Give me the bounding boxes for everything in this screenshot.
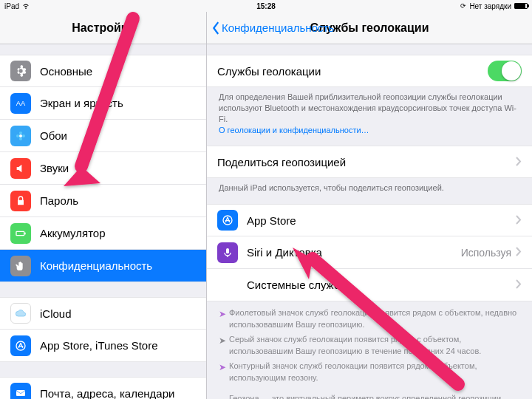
- back-button[interactable]: Конфиденциальность: [211, 21, 334, 35]
- brightness-icon: AA: [10, 93, 31, 114]
- svg-rect-9: [16, 390, 25, 396]
- share-location-cell[interactable]: Поделиться геопозицией: [207, 146, 532, 178]
- chevron-right-icon: [516, 156, 522, 168]
- about-location-link[interactable]: О геолокации и конфиденциальности…: [219, 126, 369, 134]
- clock: 15:28: [256, 2, 276, 10]
- sidebar-item-hand[interactable]: Конфиденциальность: [0, 250, 206, 282]
- sidebar-item-lock[interactable]: Пароль: [0, 185, 206, 217]
- sidebar-item-label: Аккумулятор: [40, 227, 196, 239]
- battery-icon: [514, 3, 528, 9]
- chevron-right-icon: [516, 279, 522, 291]
- battery-icon: [10, 223, 31, 244]
- flower-icon: [10, 126, 31, 146]
- share-note: Данный iPad используется, чтобы поделить…: [207, 178, 532, 194]
- chevron-right-icon: [516, 246, 522, 259]
- sidebar-item-label: Экран и яркость: [40, 97, 196, 109]
- svg-text:AA: AA: [16, 100, 26, 107]
- sidebar-item-flower[interactable]: Обои: [0, 120, 206, 152]
- sidebar-item-label: Звуки: [40, 162, 196, 174]
- sidebar-item-label: Почта, адреса, календари: [40, 387, 196, 400]
- chevron-left-icon: [211, 21, 220, 35]
- location-services-label: Службы геолокации: [217, 65, 488, 78]
- svg-rect-7: [24, 232, 25, 234]
- geozone-note: Геозона — это виртуальный периметр вокру…: [207, 387, 532, 399]
- svg-point-3: [22, 134, 25, 137]
- switch-on[interactable]: [488, 61, 522, 81]
- status-bar: iPad 15:28 ⟳ Нет зарядки: [0, 0, 532, 12]
- legend: ➤Фиолетовый значок служб геолокации появ…: [207, 301, 532, 384]
- sidebar-item-appstore[interactable]: App Store, iTunes Store: [0, 330, 206, 362]
- location-services-toggle-cell[interactable]: Службы геолокации: [207, 55, 532, 87]
- sidebar-item-label: Пароль: [40, 194, 196, 207]
- lock-icon: [10, 191, 31, 211]
- sidebar-title: Настройки: [72, 21, 134, 35]
- app-status: Используя: [461, 247, 511, 259]
- detail-scroll[interactable]: Службы геолокации Для определения Вашей …: [207, 44, 532, 399]
- share-label: Поделиться геопозицией: [217, 156, 516, 168]
- sidebar-item-label: Конфиденциальность: [40, 259, 196, 272]
- location-note: Для определения Вашей приблизительной ге…: [207, 87, 532, 135]
- sidebar: Настройки ОсновныеAAЭкран и яркостьОбоиЗ…: [0, 12, 207, 399]
- sidebar-item-label: App Store, iTunes Store: [40, 339, 196, 352]
- app-cell-appstore[interactable]: App Store: [207, 204, 532, 236]
- svg-point-4: [19, 137, 22, 140]
- svg-point-5: [16, 134, 19, 137]
- sidebar-item-mail[interactable]: Почта, адреса, календари: [0, 377, 206, 399]
- svg-point-1: [19, 134, 22, 137]
- sidebar-item-label: Основные: [40, 65, 196, 78]
- app-label: Siri и Диктовка: [247, 246, 461, 259]
- charging-label: Нет зарядки: [469, 2, 511, 10]
- sidebar-item-gear[interactable]: Основные: [0, 55, 206, 87]
- speaker-icon: [10, 158, 31, 179]
- detail-navbar: Конфиденциальность Службы геолокации: [207, 12, 532, 44]
- sidebar-item-label: iCloud: [40, 307, 196, 320]
- detail-pane: Конфиденциальность Службы геолокации Слу…: [207, 12, 532, 399]
- sidebar-list[interactable]: ОсновныеAAЭкран и яркостьОбоиЗвукиПароль…: [0, 44, 206, 399]
- mic-icon: [217, 242, 238, 263]
- app-cell-system[interactable]: Системные службы: [207, 269, 532, 301]
- cloud-icon: [10, 303, 31, 324]
- chevron-right-icon: [516, 214, 522, 227]
- svg-rect-18: [226, 248, 229, 253]
- app-cell-mic[interactable]: Siri и ДиктовкаИспользуя: [207, 236, 532, 269]
- wifi-icon: [22, 2, 30, 10]
- appstore-icon: [10, 335, 31, 356]
- sidebar-item-speaker[interactable]: Звуки: [0, 152, 206, 185]
- sidebar-item-label: Обои: [40, 129, 196, 142]
- app-label: App Store: [247, 214, 516, 227]
- sync-icon: ⟳: [460, 2, 466, 10]
- sidebar-item-battery[interactable]: Аккумулятор: [0, 217, 206, 250]
- sidebar-item-brightness[interactable]: AAЭкран и яркость: [0, 87, 206, 120]
- sidebar-item-cloud[interactable]: iCloud: [0, 297, 206, 330]
- sidebar-navbar: Настройки: [0, 12, 206, 44]
- svg-rect-6: [16, 231, 24, 235]
- appstore-icon: [217, 210, 238, 231]
- svg-point-2: [19, 132, 22, 134]
- device-label: iPad: [4, 2, 19, 10]
- mail-icon: [10, 383, 31, 399]
- hand-icon: [10, 256, 31, 276]
- gear-icon: [10, 61, 31, 81]
- app-label: Системные службы: [247, 279, 516, 291]
- back-label: Конфиденциальность: [222, 21, 334, 34]
